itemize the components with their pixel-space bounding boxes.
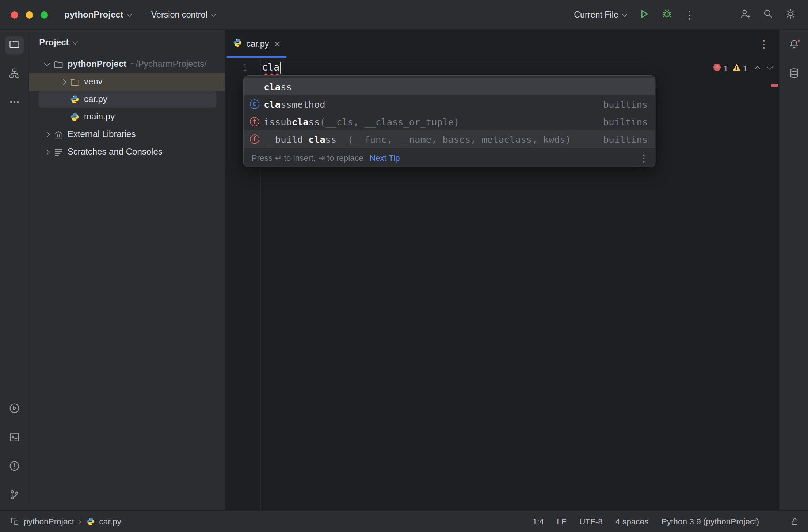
more-actions-button[interactable]: ⋮ [679, 5, 700, 24]
notifications-button[interactable] [785, 36, 803, 55]
completion-item-classmethod[interactable]: C classmethod builtins [244, 95, 655, 113]
add-user-button[interactable] [735, 5, 755, 24]
python-icon [69, 113, 80, 122]
text-caret [280, 62, 281, 73]
more-tool-windows-button[interactable] [5, 94, 23, 113]
project-widget[interactable]: pythonProject [59, 5, 137, 24]
terminal-tool-window-button[interactable] [5, 429, 23, 448]
next-tip-link[interactable]: Next Tip [370, 153, 400, 163]
error-count: 1 [724, 64, 728, 72]
folder-icon [53, 60, 64, 69]
python-icon [86, 517, 95, 526]
tree-item-pythonproject[interactable]: pythonProject~/PycharmProjects/ [29, 56, 225, 73]
project-panel-title: Project [39, 38, 69, 48]
activity-bar [0, 30, 29, 510]
more-icon [8, 96, 20, 110]
interpreter-widget[interactable]: Python 3.9 (pythonProject) [662, 517, 759, 526]
run-icon [639, 8, 649, 21]
run-tool-window-button[interactable] [5, 400, 23, 419]
titlebar: pythonProject Version control Current Fi… [0, 0, 808, 30]
completion-more-icon[interactable]: ⋮ [639, 152, 649, 164]
run-configuration-label: Current File [574, 10, 618, 20]
function-icon: f [250, 117, 259, 126]
project-panel-header[interactable]: Project [29, 30, 225, 56]
function-icon: f [250, 134, 259, 144]
encoding-widget[interactable]: UTF-8 [579, 517, 603, 526]
minimize-window-button[interactable] [26, 11, 33, 18]
editor-area: car.py × ⋮ 1 cla 1 1 [225, 30, 779, 510]
completion-label: class [264, 81, 291, 92]
structure-tool-button[interactable] [5, 65, 23, 84]
status-widgets: 1:4 LF UTF-8 4 spaces Python 3.9 (python… [533, 517, 800, 526]
error-count-item[interactable]: 1 [713, 63, 728, 73]
tree-item-label: pythonProject [68, 59, 126, 69]
line-separator-widget[interactable]: LF [557, 517, 566, 526]
tree-item-car-py[interactable]: car.py [29, 91, 225, 108]
debug-button[interactable] [656, 5, 677, 24]
tree-item-label: main.py [84, 112, 115, 122]
status-bar: pythonProject › car.py 1:4 LF UTF-8 4 sp… [0, 510, 808, 532]
tab-options-icon[interactable]: ⋮ [759, 38, 770, 49]
warning-count: 1 [743, 64, 747, 72]
window-controls [0, 11, 59, 18]
editor-tab-bar: car.py × ⋮ [225, 30, 779, 58]
library-icon [53, 130, 64, 140]
chevron-down-icon[interactable] [41, 64, 53, 66]
code-text: cla [260, 61, 281, 73]
inspections-widget[interactable]: 1 1 [713, 63, 772, 73]
previous-problem-icon[interactable] [755, 66, 761, 72]
breadcrumb-project[interactable]: pythonProject [24, 517, 74, 526]
chevron-right-icon[interactable] [41, 150, 53, 154]
next-problem-icon[interactable] [767, 64, 773, 70]
vcs-widget[interactable]: Version control [146, 5, 221, 24]
editor-line-1[interactable]: 1 cla [225, 60, 769, 75]
caret-position-widget[interactable]: 1:4 [533, 517, 544, 526]
python-icon [69, 95, 80, 104]
tree-item-external-libraries[interactable]: External Libraries [29, 126, 225, 143]
run-button[interactable] [634, 5, 654, 24]
chevron-down-icon [211, 11, 217, 16]
tree-item-label: External Libraries [68, 129, 136, 140]
titlebar-actions: Current File ⋮ [569, 5, 801, 24]
close-icon[interactable]: × [274, 39, 280, 49]
tab-car-py[interactable]: car.py × [227, 30, 286, 58]
run-circle-icon [8, 403, 20, 416]
git-branch-icon [8, 489, 20, 503]
run-configuration-selector[interactable]: Current File [569, 5, 632, 24]
breadcrumb-separator: › [79, 516, 82, 527]
chevron-right-icon[interactable] [41, 133, 53, 137]
pycharm-window: pythonProject Version control Current Fi… [0, 0, 808, 532]
warning-count-item[interactable]: 1 [732, 63, 747, 73]
kebab-icon: ⋮ [684, 9, 695, 20]
completion-item-class[interactable]: class [244, 78, 655, 95]
project-tool-button[interactable] [5, 36, 23, 55]
add-user-icon [739, 8, 751, 22]
error-stripe-mark[interactable] [771, 84, 778, 87]
completion-origin: builtins [593, 99, 648, 110]
settings-button[interactable] [780, 5, 801, 24]
breadcrumb: pythonProject › car.py [10, 516, 121, 527]
completion-origin: builtins [593, 134, 648, 145]
tab-title: car.py [246, 39, 269, 49]
project-widget-label: pythonProject [64, 10, 123, 20]
fullscreen-window-button[interactable] [41, 11, 48, 18]
project-window-icon [10, 517, 19, 526]
database-button[interactable] [785, 65, 803, 84]
version-control-tool-window-button[interactable] [5, 487, 23, 505]
tree-item-venv[interactable]: venv [29, 73, 225, 91]
gear-icon [785, 8, 796, 22]
line-number: 1 [225, 62, 260, 72]
error-icon [713, 63, 721, 73]
chevron-right-icon[interactable] [58, 80, 69, 84]
indent-widget[interactable]: 4 spaces [615, 517, 648, 526]
search-button[interactable] [758, 5, 778, 24]
bug-icon [662, 8, 672, 21]
lock-icon[interactable] [790, 517, 800, 526]
problems-tool-window-button[interactable] [5, 458, 23, 476]
completion-item-build-class[interactable]: f __build_class__(__func, __name, bases,… [244, 130, 655, 148]
tree-item-main-py[interactable]: main.py [29, 108, 225, 126]
tree-item-scratches[interactable]: Scratches and Consoles [29, 143, 225, 161]
breadcrumb-file[interactable]: car.py [99, 517, 121, 526]
close-window-button[interactable] [11, 11, 18, 18]
completion-item-issubclass[interactable]: f issubclass(__cls, __class_or_tuple) bu… [244, 113, 655, 130]
